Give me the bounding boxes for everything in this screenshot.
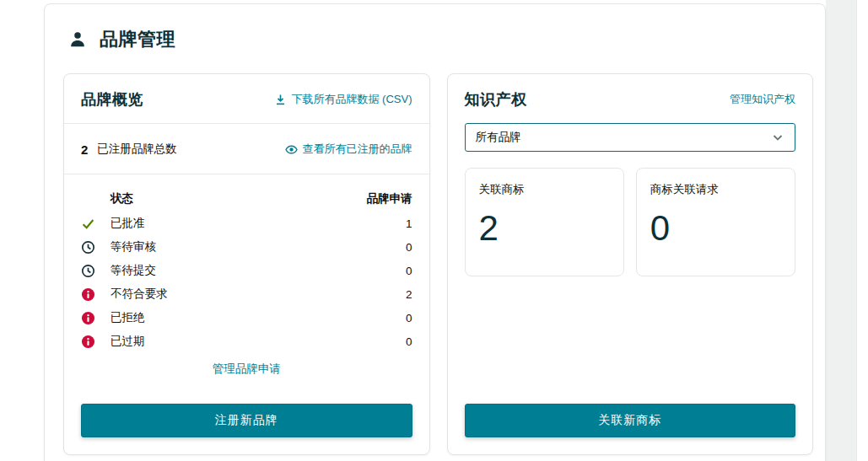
associated-trademarks-box: 关联商标 2	[465, 168, 624, 276]
associated-trademarks-value: 2	[479, 211, 610, 246]
status-label: 等待审核	[111, 239, 406, 255]
page-gutter	[826, 0, 856, 461]
brand-management-card: 品牌管理 品牌概览 下载所有品牌数据 (CSV) 2 已注册品牌总数	[44, 3, 826, 461]
register-new-brand-button[interactable]: 注册新品牌	[81, 404, 412, 437]
card-header: 品牌管理	[45, 4, 825, 73]
brand-filter-selected-value: 所有品牌	[476, 130, 521, 145]
status-value: 0	[406, 241, 412, 254]
table-row-approved: 已批准 1	[81, 212, 412, 235]
registered-total-label: 已注册品牌总数	[97, 142, 177, 157]
associate-new-trademark-button[interactable]: 关联新商标	[465, 404, 796, 437]
view-registered-brands-label: 查看所有已注册的品牌	[303, 142, 412, 157]
table-row-rejected: 已拒绝 0	[81, 306, 412, 330]
eye-icon	[285, 143, 298, 156]
table-row-expired: 已过期 0	[81, 330, 412, 353]
brand-overview-panel: 品牌概览 下载所有品牌数据 (CSV) 2 已注册品牌总数	[63, 73, 430, 455]
download-csv-link[interactable]: 下载所有品牌数据 (CSV)	[274, 92, 412, 107]
panels-container: 品牌概览 下载所有品牌数据 (CSV) 2 已注册品牌总数	[45, 73, 825, 455]
applications-column-header: 品牌申请	[367, 191, 412, 206]
error-icon	[81, 335, 95, 349]
status-column-header: 状态	[111, 191, 367, 206]
registered-total-count: 2	[81, 142, 88, 157]
intellectual-property-panel: 知识产权 管理知识产权 所有品牌 关联商标 2 商标关联请求 0	[447, 73, 814, 455]
status-value: 0	[406, 335, 412, 348]
clock-icon	[81, 240, 95, 255]
brand-overview-header: 品牌概览 下载所有品牌数据 (CSV)	[81, 89, 412, 110]
error-icon	[81, 311, 95, 325]
ip-stats-row: 关联商标 2 商标关联请求 0	[465, 168, 796, 276]
status-value: 0	[406, 312, 412, 324]
download-csv-label: 下载所有品牌数据 (CSV)	[292, 92, 412, 107]
manage-applications-wrap: 管理品牌申请	[81, 361, 412, 377]
manage-ip-link[interactable]: 管理知识产权	[730, 92, 795, 107]
status-label: 已拒绝	[111, 310, 406, 325]
trademark-requests-value: 0	[650, 211, 781, 246]
status-label: 已过期	[111, 334, 406, 349]
associated-trademarks-label: 关联商标	[479, 182, 610, 197]
brand-overview-title: 品牌概览	[81, 89, 143, 110]
manage-brand-applications-label: 管理品牌申请	[213, 362, 281, 377]
manage-ip-label: 管理知识产权	[730, 92, 795, 107]
download-icon	[274, 94, 287, 106]
table-row-pending-review: 等待审核 0	[81, 235, 412, 259]
table-row-noncompliant: 不符合要求 2	[81, 282, 412, 306]
status-label: 等待提交	[111, 263, 406, 278]
chevron-down-icon	[771, 131, 784, 144]
status-value: 2	[406, 288, 412, 301]
status-table: 状态 品牌申请 已批准 1 等待审核 0	[81, 186, 412, 353]
brand-filter-select[interactable]: 所有品牌	[465, 123, 796, 152]
error-icon	[81, 287, 95, 302]
clock-icon	[81, 264, 95, 278]
check-icon	[81, 217, 95, 231]
divider	[64, 174, 429, 174]
status-label: 不符合要求	[111, 287, 406, 302]
trademark-requests-label: 商标关联请求	[650, 182, 781, 197]
adjacent-card-edge	[856, 0, 868, 461]
manage-brand-applications-link[interactable]: 管理品牌申请	[213, 362, 281, 377]
registered-total-row: 2 已注册品牌总数 查看所有已注册的品牌	[81, 124, 412, 174]
page-title: 品牌管理	[100, 27, 175, 52]
status-label: 已批准	[111, 216, 406, 231]
status-table-header: 状态 品牌申请	[81, 186, 412, 212]
trademark-requests-box: 商标关联请求 0	[636, 168, 795, 276]
table-row-pending-submission: 等待提交 0	[81, 259, 412, 282]
person-icon	[68, 30, 87, 49]
status-value: 0	[406, 265, 412, 277]
intellectual-property-title: 知识产权	[465, 89, 527, 110]
intellectual-property-header: 知识产权 管理知识产权	[465, 89, 796, 110]
view-registered-brands-link[interactable]: 查看所有已注册的品牌	[285, 142, 412, 157]
status-value: 1	[406, 217, 412, 230]
